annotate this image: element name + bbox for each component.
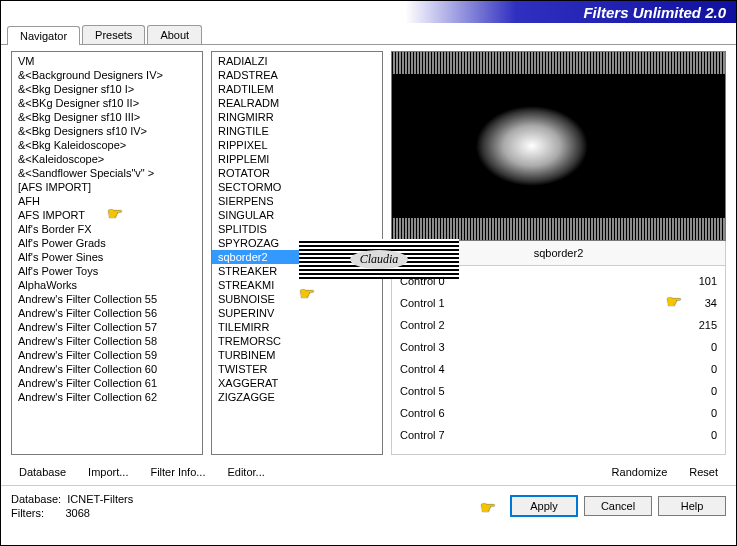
- tab-strip: Navigator Presets About: [1, 23, 736, 45]
- control-slider[interactable]: [458, 294, 683, 312]
- list-item[interactable]: RINGTILE: [212, 124, 382, 138]
- list-item[interactable]: AFH: [12, 194, 202, 208]
- list-item[interactable]: &<BKg Designer sf10 II>: [12, 96, 202, 110]
- list-item[interactable]: TILEMIRR: [212, 320, 382, 334]
- randomize-button[interactable]: Randomize: [604, 463, 676, 481]
- control-slider[interactable]: [458, 404, 683, 422]
- list-item[interactable]: SUPERINV: [212, 306, 382, 320]
- database-button[interactable]: Database: [11, 463, 74, 481]
- list-item[interactable]: &<Background Designers IV>: [12, 68, 202, 82]
- list-item[interactable]: Alf's Power Toys: [12, 264, 202, 278]
- category-list[interactable]: VM&<Background Designers IV>&<Bkg Design…: [11, 51, 203, 455]
- footer-info: Database: ICNET-Filters Filters: 3068: [11, 492, 482, 520]
- list-item[interactable]: Andrew's Filter Collection 56: [12, 306, 202, 320]
- list-item[interactable]: RADTILEM: [212, 82, 382, 96]
- apply-button[interactable]: Apply: [510, 495, 578, 517]
- list-item[interactable]: SINGULAR: [212, 208, 382, 222]
- list-item[interactable]: STREAKMI: [212, 278, 382, 292]
- list-item[interactable]: Andrew's Filter Collection 61: [12, 376, 202, 390]
- control-slider[interactable]: [458, 272, 683, 290]
- list-item[interactable]: SPLITDIS: [212, 222, 382, 236]
- tab-presets[interactable]: Presets: [82, 25, 145, 44]
- list-item[interactable]: &<Kaleidoscope>: [12, 152, 202, 166]
- list-item[interactable]: RADSTREA: [212, 68, 382, 82]
- control-row: Control 30: [400, 336, 717, 358]
- help-button[interactable]: Help: [658, 496, 726, 516]
- reset-button[interactable]: Reset: [681, 463, 726, 481]
- list-item[interactable]: VM: [12, 54, 202, 68]
- list-item[interactable]: &<Bkg Designer sf10 I>: [12, 82, 202, 96]
- watermark-logo: Claudia: [299, 239, 459, 279]
- filters-count: 3068: [65, 507, 89, 519]
- list-item[interactable]: TURBINEM: [212, 348, 382, 362]
- control-value: 101: [683, 275, 717, 287]
- control-label: Control 2: [400, 319, 458, 331]
- list-item[interactable]: [AFS IMPORT]: [12, 180, 202, 194]
- list-item[interactable]: &<Bkg Designers sf10 IV>: [12, 124, 202, 138]
- list-item[interactable]: AFS IMPORT: [12, 208, 202, 222]
- control-label: Control 7: [400, 429, 458, 441]
- controls-panel: Control 0101Control 134Control 2215Contr…: [391, 266, 726, 455]
- filter-info-button[interactable]: Filter Info...: [142, 463, 213, 481]
- control-label: Control 1: [400, 297, 458, 309]
- preview-panel: [391, 51, 726, 241]
- control-value: 0: [683, 429, 717, 441]
- list-item[interactable]: XAGGERAT: [212, 376, 382, 390]
- watermark-text: Claudia: [350, 250, 409, 269]
- list-item[interactable]: RIPPIXEL: [212, 138, 382, 152]
- list-item[interactable]: Andrew's Filter Collection 55: [12, 292, 202, 306]
- list-item[interactable]: SIERPENS: [212, 194, 382, 208]
- list-item[interactable]: Andrew's Filter Collection 57: [12, 320, 202, 334]
- list-item[interactable]: Alf's Power Grads: [12, 236, 202, 250]
- control-value: 0: [683, 407, 717, 419]
- list-item[interactable]: Andrew's Filter Collection 59: [12, 348, 202, 362]
- list-item[interactable]: TREMORSC: [212, 334, 382, 348]
- list-item[interactable]: SECTORMO: [212, 180, 382, 194]
- preview-image: [392, 52, 725, 240]
- list-item[interactable]: RADIALZI: [212, 54, 382, 68]
- list-item[interactable]: RINGMIRR: [212, 110, 382, 124]
- control-slider[interactable]: [458, 426, 683, 444]
- control-label: Control 4: [400, 363, 458, 375]
- list-item[interactable]: SUBNOISE: [212, 292, 382, 306]
- title-bar: Filters Unlimited 2.0: [1, 1, 736, 23]
- list-item[interactable]: Alf's Border FX: [12, 222, 202, 236]
- list-item[interactable]: REALRADM: [212, 96, 382, 110]
- control-slider[interactable]: [458, 382, 683, 400]
- control-label: Control 3: [400, 341, 458, 353]
- tab-about[interactable]: About: [147, 25, 202, 44]
- control-row: Control 2215: [400, 314, 717, 336]
- halftone-top: [392, 52, 725, 74]
- control-value: 0: [683, 341, 717, 353]
- control-value: 215: [683, 319, 717, 331]
- import-button[interactable]: Import...: [80, 463, 136, 481]
- control-slider[interactable]: [458, 360, 683, 378]
- control-value: 0: [683, 363, 717, 375]
- filters-label: Filters:: [11, 507, 44, 519]
- control-row: Control 50: [400, 380, 717, 402]
- db-value: ICNET-Filters: [67, 493, 133, 505]
- list-item[interactable]: &<Bkg Kaleidoscope>: [12, 138, 202, 152]
- control-label: Control 5: [400, 385, 458, 397]
- toolbar-row: Database Import... Filter Info... Editor…: [1, 459, 736, 485]
- cancel-button[interactable]: Cancel: [584, 496, 652, 516]
- control-slider[interactable]: [458, 316, 683, 334]
- list-item[interactable]: AlphaWorks: [12, 278, 202, 292]
- list-item[interactable]: ROTATOR: [212, 166, 382, 180]
- control-label: Control 6: [400, 407, 458, 419]
- list-item[interactable]: Andrew's Filter Collection 58: [12, 334, 202, 348]
- tab-navigator[interactable]: Navigator: [7, 26, 80, 45]
- list-item[interactable]: &<Bkg Designer sf10 III>: [12, 110, 202, 124]
- control-value: 34: [683, 297, 717, 309]
- list-item[interactable]: ZIGZAGGE: [212, 390, 382, 404]
- editor-button[interactable]: Editor...: [219, 463, 272, 481]
- list-item[interactable]: Andrew's Filter Collection 62: [12, 390, 202, 404]
- list-item[interactable]: RIPPLEMI: [212, 152, 382, 166]
- control-slider[interactable]: [458, 338, 683, 356]
- list-item[interactable]: TWISTER: [212, 362, 382, 376]
- list-item[interactable]: Andrew's Filter Collection 60: [12, 362, 202, 376]
- pointer-icon: ☛: [480, 497, 502, 515]
- list-item[interactable]: Alf's Power Sines: [12, 250, 202, 264]
- list-item[interactable]: &<Sandflower Specials"v" >: [12, 166, 202, 180]
- control-row: Control 60: [400, 402, 717, 424]
